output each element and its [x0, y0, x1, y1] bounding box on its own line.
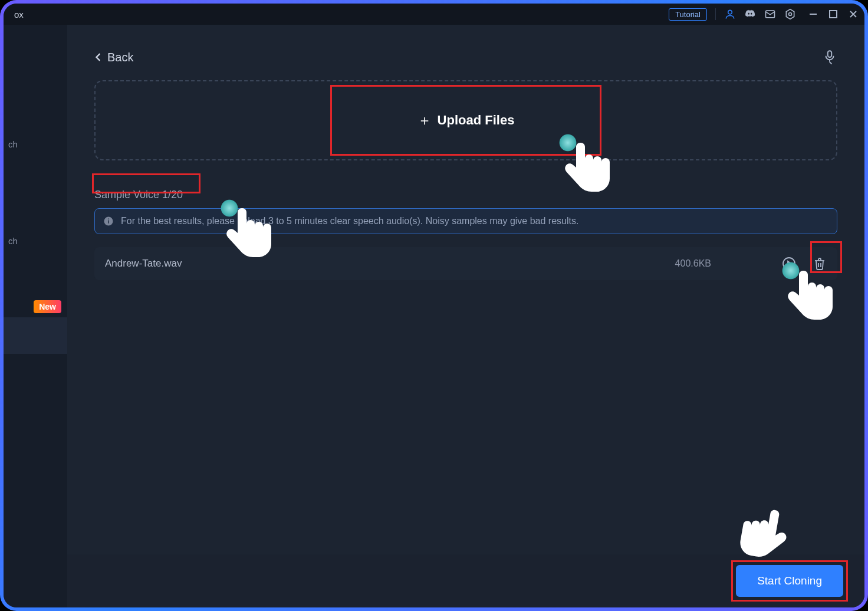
sidebar-item-2[interactable]: ch — [4, 192, 67, 289]
titlebar: ox Tutorial — [4, 4, 864, 25]
back-button[interactable]: Back — [94, 51, 133, 64]
sample-voice-text: Sample Voice 1/20 — [94, 189, 183, 201]
file-size: 400.6KB — [675, 258, 711, 269]
new-badge: New — [34, 300, 61, 313]
info-text: For the best results, please upload 3 to… — [121, 216, 578, 226]
sidebar-item-label: ch — [8, 236, 18, 246]
window-frame: ox Tutorial — [0, 0, 868, 611]
plus-icon: ＋ — [417, 111, 432, 130]
discord-icon[interactable] — [744, 8, 756, 20]
svg-marker-2 — [786, 9, 794, 19]
sidebar-item-1[interactable]: ch — [4, 96, 67, 192]
upload-label: Upload Files — [438, 113, 515, 128]
window-controls — [808, 9, 859, 19]
file-row: Andrew-Tate.wav 400.6KB — [94, 247, 837, 280]
info-icon — [103, 216, 114, 226]
sidebar-item-label: ch — [8, 139, 18, 149]
svg-rect-8 — [828, 51, 832, 57]
maximize-button[interactable] — [828, 9, 839, 19]
close-button[interactable] — [848, 9, 859, 19]
titlebar-right: Tutorial — [669, 8, 859, 21]
info-bar: For the best results, please upload 3 to… — [94, 208, 837, 234]
svg-rect-11 — [108, 219, 109, 220]
start-cloning-button[interactable]: Start Cloning — [736, 565, 843, 597]
body: ch ch New Back — [4, 25, 864, 607]
mic-cable-icon[interactable] — [822, 50, 837, 65]
settings-icon[interactable] — [784, 8, 796, 20]
delete-button[interactable] — [813, 257, 827, 271]
user-icon[interactable] — [724, 8, 736, 20]
sidebar-spacer — [4, 25, 67, 96]
svg-point-0 — [728, 10, 732, 14]
back-label: Back — [107, 51, 133, 64]
sidebar-active-bg — [4, 317, 67, 354]
svg-rect-10 — [108, 221, 109, 224]
upload-dropzone[interactable]: ＋ Upload Files — [94, 80, 837, 160]
header-row: Back — [94, 50, 837, 65]
svg-point-3 — [789, 13, 792, 16]
titlebar-divider — [715, 8, 716, 20]
start-wrap: Start Cloning — [736, 565, 843, 597]
file-name: Andrew-Tate.wav — [105, 258, 675, 270]
main: Back ＋ Upload Files — [67, 25, 864, 607]
svg-rect-5 — [830, 11, 837, 18]
app-title: ox — [9, 9, 24, 19]
app-window: ox Tutorial — [4, 4, 864, 607]
tutorial-button[interactable]: Tutorial — [669, 8, 707, 21]
minimize-button[interactable] — [808, 9, 818, 19]
svg-marker-13 — [788, 261, 791, 266]
mail-icon[interactable] — [764, 8, 776, 20]
sidebar: ch ch New — [4, 25, 67, 607]
sample-voice-label: Sample Voice 1/20 — [94, 189, 183, 201]
upload-inner: ＋ Upload Files — [417, 111, 515, 130]
play-button[interactable] — [782, 257, 796, 271]
bottom-bar: Start Cloning — [67, 554, 864, 607]
